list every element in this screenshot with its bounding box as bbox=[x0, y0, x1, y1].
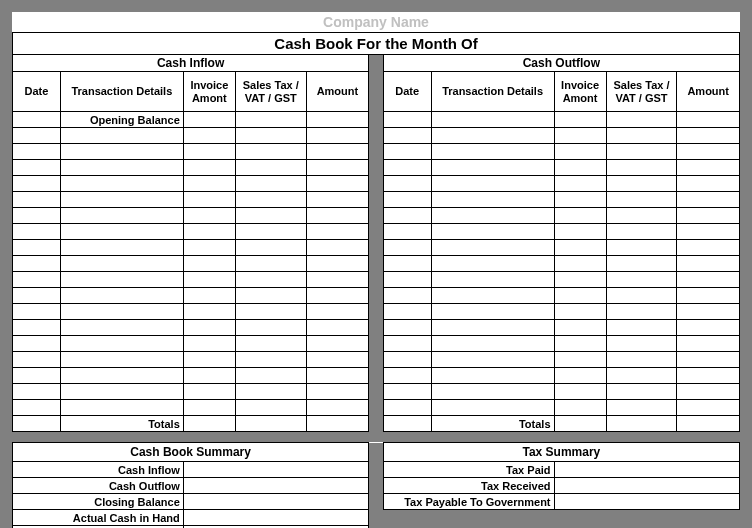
opening-balance-label: Opening Balance bbox=[60, 112, 183, 128]
cash-summary-header: Cash Book Summary bbox=[13, 443, 369, 462]
tax-received-value[interactable] bbox=[554, 478, 739, 494]
outflow-col-invoice: Invoice Amont bbox=[554, 72, 606, 112]
tax-paid-value[interactable] bbox=[554, 462, 739, 478]
actual-cash-label: Actual Cash in Hand bbox=[13, 510, 184, 526]
inflow-col-amount: Amount bbox=[306, 72, 368, 112]
company-name: Company Name bbox=[13, 12, 740, 33]
cash-outflow-label: Cash Outflow bbox=[13, 478, 184, 494]
title-row: Cash Book For the Month Of bbox=[13, 33, 740, 55]
inflow-col-tax: Sales Tax / VAT / GST bbox=[235, 72, 306, 112]
tax-payable-value[interactable] bbox=[554, 494, 739, 510]
outflow-header: Cash Outflow bbox=[383, 55, 739, 72]
outflow-col-details: Transaction Details bbox=[431, 72, 554, 112]
cash-inflow-label: Cash Inflow bbox=[13, 462, 184, 478]
outflow-col-date: Date bbox=[383, 72, 431, 112]
outflow-col-tax: Sales Tax / VAT / GST bbox=[606, 72, 677, 112]
cash-book-sheet: Company Name Cash Book For the Month Of … bbox=[12, 12, 740, 528]
inflow-col-details: Transaction Details bbox=[60, 72, 183, 112]
actual-cash-value[interactable] bbox=[183, 510, 368, 526]
inflow-col-invoice: Invoice Amont bbox=[183, 72, 235, 112]
closing-balance-label: Closing Balance bbox=[13, 494, 184, 510]
outflow-totals-label: Totals bbox=[431, 416, 554, 432]
page-title: Cash Book For the Month Of bbox=[13, 33, 740, 55]
tax-paid-label: Tax Paid bbox=[383, 462, 554, 478]
inflow-totals-label: Totals bbox=[60, 416, 183, 432]
tax-payable-label: Tax Payable To Government bbox=[383, 494, 554, 510]
tax-summary-header: Tax Summary bbox=[383, 443, 739, 462]
cash-outflow-value[interactable] bbox=[183, 478, 368, 494]
closing-balance-value[interactable] bbox=[183, 494, 368, 510]
cash-inflow-value[interactable] bbox=[183, 462, 368, 478]
tax-received-label: Tax Received bbox=[383, 478, 554, 494]
outflow-col-amount: Amount bbox=[677, 72, 740, 112]
summary-table: Cash Book Summary Tax Summary Cash Inflo… bbox=[12, 442, 740, 528]
main-table: Company Name Cash Book For the Month Of … bbox=[12, 12, 740, 432]
inflow-col-date: Date bbox=[13, 72, 61, 112]
inflow-header: Cash Inflow bbox=[13, 55, 369, 72]
